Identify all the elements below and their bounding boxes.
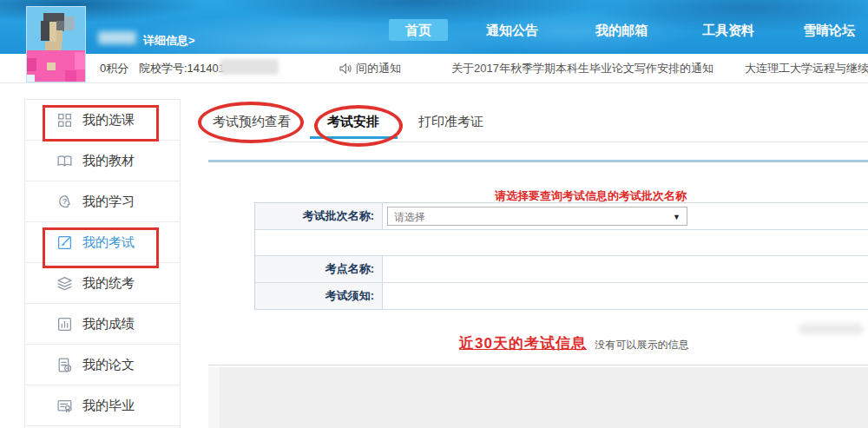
sidebar-item-label: 我的教材 (82, 153, 135, 169)
exam-batch-select[interactable]: 请选择 ▼ (387, 207, 687, 226)
sidebar-item-label: 我的统考 (82, 275, 135, 292)
form-row-notes: 考试须知: (255, 283, 868, 310)
sidebar-item-my-exams[interactable]: 我的考试 (25, 222, 180, 263)
exam-site-label: 考点名称: (255, 256, 383, 282)
active-tab-underline (310, 136, 398, 139)
nav-home[interactable]: 首页 (389, 19, 448, 41)
sidebar-item-my-textbooks[interactable]: 我的教材 (25, 141, 180, 181)
certificate-icon (56, 398, 73, 414)
batch-name-label: 考试批次名称: (255, 203, 383, 229)
sidebar-item-unified-exams[interactable]: 我的统考 (25, 263, 180, 304)
sidebar-item-label: 我的成绩 (82, 316, 135, 333)
document-icon (56, 357, 73, 373)
recent-exams-title: 近30天的考试信息 (459, 335, 587, 352)
sidebar-item-my-grades[interactable]: 我的成绩 (25, 304, 180, 345)
tabbar-divider (208, 142, 868, 142)
redacted-student-id (220, 59, 279, 75)
exam-site-value (383, 256, 868, 282)
profile-details-link[interactable]: 详细信息> (143, 33, 195, 49)
points-label: 0积分 (100, 61, 128, 76)
form-row-batch: 考试批次名称: 请选择 ▼ (255, 203, 868, 230)
bar-chart-icon (56, 316, 73, 333)
exam-notes-value (383, 283, 868, 309)
exam-batch-selected-value: 请选择 (394, 211, 425, 223)
sidebar-item-my-learning[interactable]: ? 我的学习 (25, 181, 180, 222)
exam-schedule-panel: 请选择要查询考试信息的考试批次名称 考试批次名称: 请选择 ▼ 考点名称: 考试… (208, 160, 868, 365)
recent-exams-section: 近30天的考试信息 没有可以展示的信息 (459, 333, 688, 353)
panel-footer-strip (208, 367, 220, 428)
redacted-smudge (799, 324, 864, 334)
redacted-username (98, 31, 136, 44)
edit-icon (56, 234, 73, 251)
notice-ticker-partial[interactable]: 间的通知 (356, 61, 401, 76)
sidebar-item-label: 我的考试 (82, 234, 135, 251)
batch-name-value-cell: 请选择 ▼ (383, 203, 868, 229)
panel-footer-area (220, 367, 868, 428)
tab-print-admission-ticket[interactable]: 打印准考证 (418, 114, 483, 130)
tab-exam-schedule[interactable]: 考试安排 (327, 114, 379, 130)
sidebar-item-label: 我的学习 (82, 194, 135, 210)
layers-icon (56, 275, 73, 292)
book-icon (56, 153, 73, 169)
sidebar-item-my-graduation[interactable]: 我的毕业 (25, 385, 180, 426)
svg-text:?: ? (62, 195, 68, 205)
avatar[interactable] (26, 6, 86, 82)
dropdown-arrow-icon: ▼ (673, 207, 681, 227)
avatar-pixelated-image (27, 7, 85, 82)
nav-forum[interactable]: 雪睛论坛 (796, 19, 862, 41)
nav-tools[interactable]: 工具资料 (695, 19, 761, 41)
notice-ticker-right[interactable]: 大连理工大学远程与继续 (745, 61, 868, 76)
exam-query-form: 考试批次名称: 请选择 ▼ 考点名称: 考试须知: (254, 202, 868, 310)
recent-exams-empty-message: 没有可以展示的信息 (595, 339, 688, 351)
exam-notes-label: 考试须知: (255, 283, 383, 309)
sidebar-menu: 我的选课 我的教材 ? 我的学习 我的考试 我的统考 我的成绩 我的论文 我的毕 (24, 99, 181, 428)
grid-icon (56, 112, 73, 128)
header-banner: 首页 通知公告 我的邮箱 工具资料 雪睛论坛 (0, 0, 868, 54)
student-id-label: 院校学号:141401 (139, 61, 225, 76)
speaker-icon (339, 63, 352, 75)
head-question-icon: ? (56, 194, 73, 210)
nav-announcements[interactable]: 通知公告 (479, 19, 545, 41)
sidebar-item-label: 我的选课 (82, 112, 135, 128)
sidebar-item-label: 我的论文 (82, 357, 135, 373)
tab-exam-reservation-view[interactable]: 考试预约查看 (213, 114, 291, 130)
user-notice-bar: 0积分 院校学号:141401 间的通知 关于2017年秋季学期本科生毕业论文写… (0, 54, 868, 83)
exam-portal-page: 首页 通知公告 我的邮箱 工具资料 雪睛论坛 详细信息> 0积分 院校学号:14… (0, 0, 868, 428)
sidebar-item-label: 我的毕业 (82, 398, 135, 414)
form-row-spacer (255, 230, 868, 256)
sidebar-item-my-thesis[interactable]: 我的论文 (25, 345, 180, 385)
notice-ticker-main[interactable]: 关于2017年秋季学期本科生毕业论文写作安排的通知 (451, 61, 713, 76)
nav-mailbox[interactable]: 我的邮箱 (589, 19, 654, 41)
sidebar-item-my-courses[interactable]: 我的选课 (25, 100, 180, 141)
form-row-site: 考点名称: (255, 256, 868, 283)
